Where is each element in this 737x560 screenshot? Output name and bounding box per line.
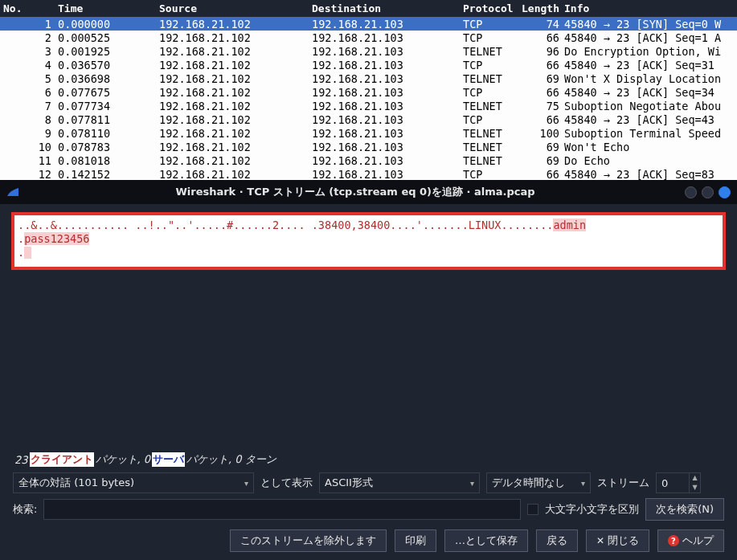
cell: TCP [463, 59, 518, 72]
cell: 192.168.21.102 [159, 100, 312, 112]
cell: Won't Echo [564, 141, 737, 153]
cell: 66 [518, 86, 564, 99]
cell: TELNET [463, 154, 518, 167]
chevron-down-icon: ▾ [238, 479, 248, 488]
cell: Do Echo [564, 154, 737, 167]
cell: 0.001925 [58, 45, 159, 58]
table-row[interactable]: 80.077811192.168.21.102192.168.21.103TCP… [0, 112, 737, 126]
search-input[interactable] [43, 499, 521, 520]
cell: 66 [518, 31, 564, 44]
help-icon: ? [668, 535, 679, 546]
cell: TELNET [463, 127, 518, 140]
col-header-length[interactable]: Length [518, 2, 564, 14]
cell: 0.142152 [58, 168, 159, 181]
close-icon: ✕ [596, 535, 604, 546]
cell: 69 [518, 72, 564, 85]
cell: 192.168.21.103 [312, 113, 463, 126]
search-label: 検索: [13, 502, 37, 517]
cell: 66 [518, 168, 564, 181]
window-maximize-button[interactable] [702, 186, 714, 198]
back-button[interactable]: 戻る [536, 529, 578, 552]
cell: 0.078783 [58, 141, 159, 153]
stream-content[interactable]: ..&..&........... ..!.."..'.....#......2… [18, 219, 719, 260]
packet-list-header[interactable]: No. Time Source Destination Protocol Len… [0, 0, 737, 17]
cell: 75 [518, 100, 564, 112]
chevron-down-icon: ▾ [575, 479, 585, 488]
cell: 5 [0, 72, 58, 85]
case-sensitive-label: 大文字小文字を区別 [545, 502, 639, 517]
cell: Suboption Terminal Speed [564, 127, 737, 140]
table-row[interactable]: 20.000525192.168.21.102192.168.21.103TCP… [0, 31, 737, 44]
spin-up-icon[interactable]: ▲ [690, 473, 700, 483]
print-button[interactable]: 印刷 [395, 529, 436, 552]
cell: 45840 → 23 [ACK] Seq=31 [564, 59, 737, 72]
cell: 2 [0, 31, 58, 44]
cell: 66 [518, 113, 564, 126]
selected-row-marker-icon [0, 17, 14, 31]
table-row[interactable]: 70.077734192.168.21.102192.168.21.103TEL… [0, 99, 737, 112]
col-header-protocol[interactable]: Protocol [463, 2, 518, 14]
dialog-title: Wireshark · TCP ストリーム (tcp.stream eq 0)を… [26, 185, 685, 199]
credential-password: pass123456 [24, 232, 89, 245]
delta-time-select[interactable]: デルタ時間なし▾ [486, 472, 591, 493]
cell: 74 [518, 18, 564, 31]
stream-content-highlight: ..&..&........... ..!.."..'.....#......2… [11, 212, 726, 270]
col-header-source[interactable]: Source [159, 2, 312, 14]
conversation-select[interactable]: 全体の対話 (101 bytes)▾ [13, 472, 254, 493]
col-header-info[interactable]: Info [564, 2, 737, 14]
cell: TELNET [463, 100, 518, 112]
cell: 192.168.21.102 [159, 113, 312, 126]
cell: 6 [0, 86, 58, 99]
cell: Won't X Display Location [564, 72, 737, 85]
cell: 192.168.21.103 [312, 154, 463, 167]
cell: 192.168.21.103 [312, 31, 463, 44]
stream-summary: 23 クライアント パケット, 0 サーバ パケット, 0 ターン [0, 449, 737, 470]
cell: TCP [463, 31, 518, 44]
cell: TCP [463, 86, 518, 99]
find-next-button[interactable]: 次を検索(N) [645, 498, 724, 521]
cell: 96 [518, 45, 564, 58]
cell: 7 [0, 100, 58, 112]
stream-label: ストリーム [597, 476, 649, 490]
filter-out-stream-button[interactable]: このストリームを除外します [230, 529, 387, 552]
close-button[interactable]: ✕ 閉じる [586, 529, 649, 552]
stream-number-spin[interactable]: 0 ▲▼ [656, 472, 701, 493]
cell: 192.168.21.103 [312, 86, 463, 99]
cell: 192.168.21.103 [312, 100, 463, 112]
table-row[interactable]: 100.078783192.168.21.102192.168.21.103TE… [0, 140, 737, 153]
format-select[interactable]: ASCII形式▾ [319, 472, 480, 493]
table-row[interactable]: 10.000000192.168.21.102192.168.21.103TCP… [0, 17, 737, 31]
cell: 192.168.21.103 [312, 141, 463, 153]
cell: 10 [0, 141, 58, 153]
window-minimize-button[interactable] [685, 186, 697, 198]
cell: 192.168.21.102 [159, 45, 312, 58]
col-header-no[interactable]: No. [0, 2, 58, 14]
cell: 192.168.21.102 [159, 31, 312, 44]
table-row[interactable]: 60.077675192.168.21.102192.168.21.103TCP… [0, 85, 737, 99]
packet-list[interactable]: No. Time Source Destination Protocol Len… [0, 0, 737, 180]
cell: Suboption Negotiate Abou [564, 100, 737, 112]
case-sensitive-checkbox[interactable] [527, 504, 538, 515]
col-header-destination[interactable]: Destination [312, 2, 463, 14]
save-as-button[interactable]: …として保存 [444, 529, 528, 552]
table-row[interactable]: 120.142152192.168.21.102192.168.21.103TC… [0, 167, 737, 181]
follow-stream-dialog: Wireshark · TCP ストリーム (tcp.stream eq 0)を… [0, 180, 737, 560]
table-row[interactable]: 90.078110192.168.21.102192.168.21.103TEL… [0, 126, 737, 140]
cell: TCP [463, 18, 518, 31]
window-close-button[interactable] [719, 186, 731, 198]
dialog-titlebar[interactable]: Wireshark · TCP ストリーム (tcp.stream eq 0)を… [0, 180, 737, 204]
table-row[interactable]: 40.036570192.168.21.102192.168.21.103TCP… [0, 58, 737, 72]
cell: 11 [0, 154, 58, 167]
cell: 192.168.21.102 [159, 141, 312, 153]
table-row[interactable]: 50.036698192.168.21.102192.168.21.103TEL… [0, 72, 737, 85]
col-header-time[interactable]: Time [58, 2, 159, 14]
help-button[interactable]: ? ヘルプ [657, 529, 724, 552]
cell: TCP [463, 168, 518, 181]
table-row[interactable]: 110.081018192.168.21.102192.168.21.103TE… [0, 153, 737, 167]
wireshark-fin-icon [6, 185, 19, 200]
spin-down-icon[interactable]: ▼ [690, 483, 700, 493]
table-row[interactable]: 30.001925192.168.21.102192.168.21.103TEL… [0, 44, 737, 58]
cell: 66 [518, 59, 564, 72]
cell: 192.168.21.103 [312, 18, 463, 31]
client-tag: クライアント [30, 452, 94, 467]
